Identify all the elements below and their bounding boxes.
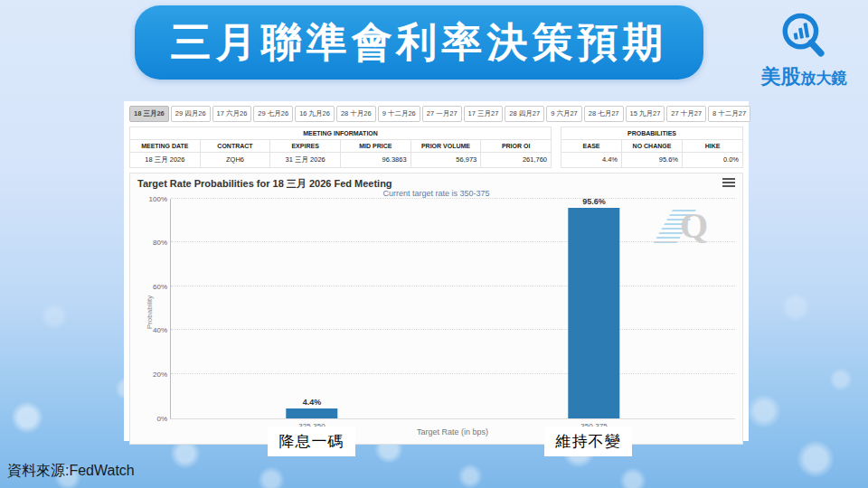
meeting-tabs: 18 三月2629 四月2617 六月2629 七月2616 九月2628 十月… [129, 106, 743, 122]
meeting-information-table: MEETING INFORMATION MEETING DATE CONTRAC… [129, 127, 552, 168]
page-title: 三月聯準會利率決策預期 [171, 15, 668, 70]
bar-value-label: 4.4% [303, 398, 322, 407]
meeting-tab[interactable]: 29 七月26 [253, 106, 293, 122]
y-tick-label: 80% [141, 239, 167, 247]
probabilities-table: PROBABILITIES EASE NO CHANGE HIKE 4.4% 9… [561, 127, 743, 168]
watermark-q-glyph: Q [680, 204, 708, 247]
meeting-tab[interactable]: 17 六月26 [212, 106, 252, 122]
col-expires: EXPIRES [270, 139, 341, 152]
y-tick-label: 100% [141, 194, 167, 202]
bar-350-375[interactable]: 95.6% [568, 208, 619, 418]
chart-subtitle: Current target rate is 350-375 [130, 189, 742, 198]
annotation-no-change: 維持不變 [544, 427, 632, 456]
meeting-information-headers: MEETING DATE CONTRACT EXPIRES MID PRICE … [130, 139, 552, 152]
title-banner: 三月聯準會利率決策預期 [135, 5, 703, 80]
probabilities-title: PROBABILITIES [561, 127, 743, 139]
brand-name-secondary: 放大鏡 [801, 70, 847, 87]
col-prior-oi: PRIOR OI [481, 139, 552, 152]
meeting-tab[interactable]: 8 十二月27 [708, 106, 750, 122]
meeting-tab[interactable]: 29 四月26 [171, 106, 211, 122]
probability-chart: Target Rate Probabilities for 18 三月 2026… [129, 173, 743, 445]
brand-name: 美股放大鏡 [749, 67, 859, 87]
col-hike: HIKE [683, 139, 743, 152]
col-ease: EASE [561, 139, 622, 152]
prior-oi-value: 261,760 [481, 152, 552, 167]
meeting-tab[interactable]: 18 三月26 [129, 106, 169, 122]
meeting-tab[interactable]: 9 六月27 [546, 106, 582, 122]
data-source: 資料來源:FedWatch [7, 462, 135, 481]
mid-price-value: 96.3863 [340, 152, 410, 167]
magnifier-chart-icon [778, 11, 830, 61]
ease-value: 4.4% [561, 153, 622, 167]
plot-area: Probability Q 0%20%40%60%80%100%4.4%325-… [170, 199, 735, 419]
hike-value: 0.0% [683, 153, 743, 167]
y-tick-label: 20% [141, 370, 167, 378]
col-contract: CONTRACT [200, 139, 270, 152]
x-axis-label: Target Rate (in bps) [170, 427, 735, 436]
no-change-value: 95.6% [622, 153, 683, 167]
col-prior-volume: PRIOR VOLUME [410, 139, 481, 152]
meeting-date-value: 18 三月 2026 [130, 152, 201, 167]
meeting-tab[interactable]: 17 三月27 [464, 106, 504, 122]
bar-value-label: 95.6% [582, 197, 606, 206]
meeting-tab[interactable]: 15 九月27 [626, 106, 665, 122]
col-mid-price: MID PRICE [340, 139, 410, 152]
meeting-tab[interactable]: 27 一月27 [422, 106, 462, 122]
y-axis-label: Probability [146, 296, 154, 329]
meeting-tab[interactable]: 16 九月26 [295, 106, 335, 122]
meeting-tab[interactable]: 9 十二月26 [378, 106, 420, 122]
col-no-change: NO CHANGE [622, 139, 683, 152]
meeting-tab[interactable]: 28 四月27 [505, 106, 544, 122]
y-tick-label: 0% [141, 414, 167, 422]
meeting-tab[interactable]: 28 七月27 [584, 106, 624, 122]
brand-logo: 美股放大鏡 [749, 11, 859, 87]
brand-name-primary: 美股 [761, 65, 801, 88]
meeting-tab[interactable]: 27 十月27 [666, 106, 706, 122]
fedwatch-panel: 18 三月2629 四月2617 六月2629 七月2616 九月2628 十月… [124, 101, 749, 441]
gridline [171, 329, 735, 330]
meeting-information-values: 18 三月 2026 ZQH6 31 三月 2026 96.3863 56,97… [130, 152, 552, 167]
info-tables-row: MEETING INFORMATION MEETING DATE CONTRAC… [129, 127, 743, 168]
y-tick-label: 40% [141, 326, 167, 334]
gridline [171, 373, 735, 374]
chart-menu-icon[interactable] [722, 178, 735, 189]
probabilities-values: 4.4% 95.6% 0.0% [561, 153, 743, 167]
gridline [171, 241, 735, 242]
prior-volume-value: 56,973 [410, 152, 481, 167]
contract-value: ZQH6 [200, 152, 270, 167]
meeting-information-title: MEETING INFORMATION [130, 127, 552, 139]
y-tick-label: 60% [141, 282, 167, 290]
probabilities-headers: EASE NO CHANGE HIKE [561, 139, 743, 152]
meeting-tab[interactable]: 28 十月26 [336, 106, 376, 122]
gridline [171, 198, 735, 199]
annotation-rate-cut: 降息一碼 [268, 427, 355, 456]
slide: 三月聯準會利率決策預期 美股放大鏡 18 三月2629 四月2617 六月262… [0, 0, 868, 488]
col-meeting-date: MEETING DATE [130, 139, 201, 152]
expires-value: 31 三月 2026 [270, 152, 341, 167]
gridline [171, 286, 735, 286]
bar-325-350[interactable]: 4.4% [286, 408, 337, 418]
